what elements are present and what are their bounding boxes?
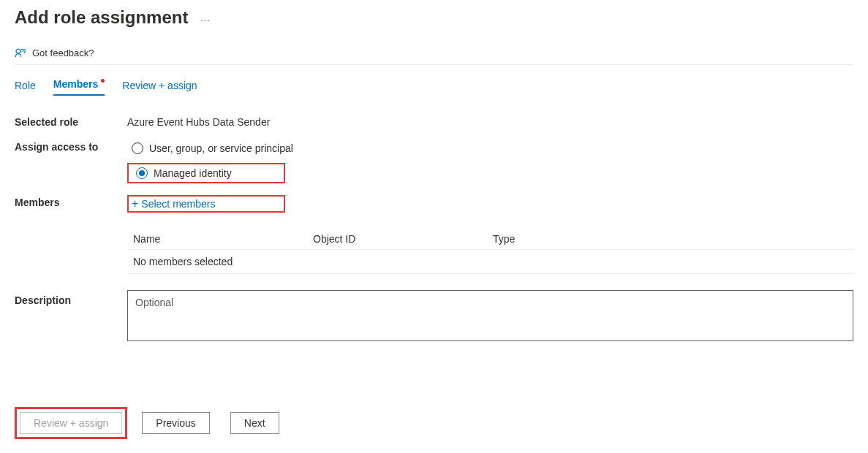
members-empty-text: No members selected <box>133 256 848 267</box>
feedback-link[interactable]: Got feedback? <box>15 47 94 58</box>
indicator-dot-icon <box>101 79 105 83</box>
feedback-icon <box>15 47 26 58</box>
review-assign-button[interactable]: Review + assign <box>20 412 122 434</box>
svg-point-0 <box>16 49 20 53</box>
tabs: Role Members Review + assign <box>15 78 853 96</box>
members-label: Members <box>15 195 127 208</box>
radio-label: Managed identity <box>154 167 232 179</box>
highlight-review-assign: Review + assign <box>15 407 127 439</box>
highlight-select-members: + Select members <box>127 195 285 213</box>
feedback-label: Got feedback? <box>32 47 94 58</box>
radio-managed-identity[interactable]: Managed identity <box>132 164 236 182</box>
assign-access-label: Assign access to <box>15 140 127 153</box>
members-table: Name Object ID Type No members selected <box>127 229 853 274</box>
radio-user-group-sp[interactable]: User, group, or service principal <box>127 140 853 157</box>
radio-label: User, group, or service principal <box>149 142 293 154</box>
members-table-body: No members selected <box>127 250 853 274</box>
highlight-managed-identity: Managed identity <box>127 163 285 183</box>
members-col-type[interactable]: Type <box>493 233 673 245</box>
description-label: Description <box>15 290 127 306</box>
tab-members[interactable]: Members <box>53 78 105 96</box>
selected-role-label: Selected role <box>15 115 127 128</box>
more-icon[interactable]: … <box>200 12 211 23</box>
description-input[interactable] <box>127 290 853 341</box>
radio-icon-selected <box>136 167 148 179</box>
members-table-header: Name Object ID Type <box>127 229 853 250</box>
tab-role[interactable]: Role <box>15 80 36 96</box>
tab-review-assign[interactable]: Review + assign <box>122 80 197 96</box>
next-button[interactable]: Next <box>230 412 279 434</box>
select-members-text: Select members <box>141 198 215 210</box>
members-col-object-id[interactable]: Object ID <box>313 233 493 245</box>
assign-access-radio-group: User, group, or service principal Manage… <box>127 140 853 183</box>
tab-members-label: Members <box>53 78 98 90</box>
members-col-name[interactable]: Name <box>133 233 313 245</box>
plus-icon: + <box>132 198 138 210</box>
previous-button[interactable]: Previous <box>142 412 209 434</box>
radio-icon <box>132 142 143 154</box>
selected-role-value: Azure Event Hubs Data Sender <box>127 115 853 128</box>
page-title: Add role assignment <box>15 7 188 28</box>
select-members-link[interactable]: + Select members <box>132 198 216 210</box>
